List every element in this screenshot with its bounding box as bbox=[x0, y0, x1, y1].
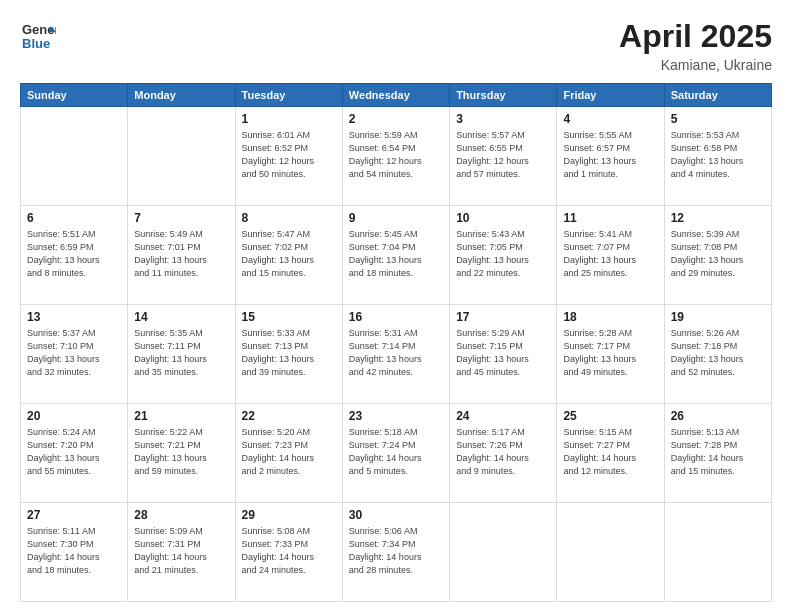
day-info: Sunrise: 5:08 AM Sunset: 7:33 PM Dayligh… bbox=[242, 525, 336, 577]
table-row: 2Sunrise: 5:59 AM Sunset: 6:54 PM Daylig… bbox=[342, 107, 449, 206]
header-friday: Friday bbox=[557, 84, 664, 107]
table-row: 23Sunrise: 5:18 AM Sunset: 7:24 PM Dayli… bbox=[342, 404, 449, 503]
day-number: 1 bbox=[242, 112, 336, 126]
day-info: Sunrise: 5:59 AM Sunset: 6:54 PM Dayligh… bbox=[349, 129, 443, 181]
table-row: 7Sunrise: 5:49 AM Sunset: 7:01 PM Daylig… bbox=[128, 206, 235, 305]
header-wednesday: Wednesday bbox=[342, 84, 449, 107]
header-tuesday: Tuesday bbox=[235, 84, 342, 107]
day-number: 28 bbox=[134, 508, 228, 522]
day-info: Sunrise: 5:20 AM Sunset: 7:23 PM Dayligh… bbox=[242, 426, 336, 478]
day-info: Sunrise: 5:49 AM Sunset: 7:01 PM Dayligh… bbox=[134, 228, 228, 280]
day-number: 13 bbox=[27, 310, 121, 324]
table-row: 13Sunrise: 5:37 AM Sunset: 7:10 PM Dayli… bbox=[21, 305, 128, 404]
day-info: Sunrise: 5:55 AM Sunset: 6:57 PM Dayligh… bbox=[563, 129, 657, 181]
day-number: 12 bbox=[671, 211, 765, 225]
table-row: 30Sunrise: 5:06 AM Sunset: 7:34 PM Dayli… bbox=[342, 503, 449, 602]
day-number: 16 bbox=[349, 310, 443, 324]
calendar-row-3: 20Sunrise: 5:24 AM Sunset: 7:20 PM Dayli… bbox=[21, 404, 772, 503]
table-row: 14Sunrise: 5:35 AM Sunset: 7:11 PM Dayli… bbox=[128, 305, 235, 404]
table-row: 16Sunrise: 5:31 AM Sunset: 7:14 PM Dayli… bbox=[342, 305, 449, 404]
day-number: 24 bbox=[456, 409, 550, 423]
day-info: Sunrise: 6:01 AM Sunset: 6:52 PM Dayligh… bbox=[242, 129, 336, 181]
table-row: 17Sunrise: 5:29 AM Sunset: 7:15 PM Dayli… bbox=[450, 305, 557, 404]
day-info: Sunrise: 5:33 AM Sunset: 7:13 PM Dayligh… bbox=[242, 327, 336, 379]
table-row: 26Sunrise: 5:13 AM Sunset: 7:28 PM Dayli… bbox=[664, 404, 771, 503]
logo-icon: General Blue bbox=[20, 18, 56, 54]
day-number: 4 bbox=[563, 112, 657, 126]
day-info: Sunrise: 5:17 AM Sunset: 7:26 PM Dayligh… bbox=[456, 426, 550, 478]
day-number: 8 bbox=[242, 211, 336, 225]
table-row: 4Sunrise: 5:55 AM Sunset: 6:57 PM Daylig… bbox=[557, 107, 664, 206]
day-info: Sunrise: 5:53 AM Sunset: 6:58 PM Dayligh… bbox=[671, 129, 765, 181]
table-row: 11Sunrise: 5:41 AM Sunset: 7:07 PM Dayli… bbox=[557, 206, 664, 305]
day-info: Sunrise: 5:18 AM Sunset: 7:24 PM Dayligh… bbox=[349, 426, 443, 478]
table-row: 21Sunrise: 5:22 AM Sunset: 7:21 PM Dayli… bbox=[128, 404, 235, 503]
day-info: Sunrise: 5:28 AM Sunset: 7:17 PM Dayligh… bbox=[563, 327, 657, 379]
title-block: April 2025 Kamiane, Ukraine bbox=[619, 18, 772, 73]
page: General Blue April 2025 Kamiane, Ukraine… bbox=[0, 0, 792, 612]
table-row: 6Sunrise: 5:51 AM Sunset: 6:59 PM Daylig… bbox=[21, 206, 128, 305]
day-info: Sunrise: 5:57 AM Sunset: 6:55 PM Dayligh… bbox=[456, 129, 550, 181]
day-number: 19 bbox=[671, 310, 765, 324]
weekday-header-row: Sunday Monday Tuesday Wednesday Thursday… bbox=[21, 84, 772, 107]
day-info: Sunrise: 5:45 AM Sunset: 7:04 PM Dayligh… bbox=[349, 228, 443, 280]
day-number: 5 bbox=[671, 112, 765, 126]
table-row: 25Sunrise: 5:15 AM Sunset: 7:27 PM Dayli… bbox=[557, 404, 664, 503]
day-number: 29 bbox=[242, 508, 336, 522]
day-info: Sunrise: 5:22 AM Sunset: 7:21 PM Dayligh… bbox=[134, 426, 228, 478]
logo: General Blue bbox=[20, 18, 56, 54]
table-row: 24Sunrise: 5:17 AM Sunset: 7:26 PM Dayli… bbox=[450, 404, 557, 503]
day-number: 9 bbox=[349, 211, 443, 225]
day-number: 17 bbox=[456, 310, 550, 324]
day-info: Sunrise: 5:11 AM Sunset: 7:30 PM Dayligh… bbox=[27, 525, 121, 577]
table-row: 27Sunrise: 5:11 AM Sunset: 7:30 PM Dayli… bbox=[21, 503, 128, 602]
header: General Blue April 2025 Kamiane, Ukraine bbox=[20, 18, 772, 73]
table-row bbox=[128, 107, 235, 206]
day-number: 20 bbox=[27, 409, 121, 423]
table-row: 12Sunrise: 5:39 AM Sunset: 7:08 PM Dayli… bbox=[664, 206, 771, 305]
header-monday: Monday bbox=[128, 84, 235, 107]
calendar-row-2: 13Sunrise: 5:37 AM Sunset: 7:10 PM Dayli… bbox=[21, 305, 772, 404]
day-info: Sunrise: 5:26 AM Sunset: 7:18 PM Dayligh… bbox=[671, 327, 765, 379]
table-row: 15Sunrise: 5:33 AM Sunset: 7:13 PM Dayli… bbox=[235, 305, 342, 404]
svg-text:Blue: Blue bbox=[22, 36, 50, 51]
header-saturday: Saturday bbox=[664, 84, 771, 107]
day-number: 6 bbox=[27, 211, 121, 225]
day-number: 23 bbox=[349, 409, 443, 423]
day-info: Sunrise: 5:29 AM Sunset: 7:15 PM Dayligh… bbox=[456, 327, 550, 379]
day-number: 30 bbox=[349, 508, 443, 522]
table-row bbox=[21, 107, 128, 206]
day-info: Sunrise: 5:24 AM Sunset: 7:20 PM Dayligh… bbox=[27, 426, 121, 478]
day-number: 15 bbox=[242, 310, 336, 324]
table-row bbox=[557, 503, 664, 602]
calendar-row-1: 6Sunrise: 5:51 AM Sunset: 6:59 PM Daylig… bbox=[21, 206, 772, 305]
day-number: 25 bbox=[563, 409, 657, 423]
title-location: Kamiane, Ukraine bbox=[619, 57, 772, 73]
header-thursday: Thursday bbox=[450, 84, 557, 107]
day-info: Sunrise: 5:43 AM Sunset: 7:05 PM Dayligh… bbox=[456, 228, 550, 280]
calendar-row-4: 27Sunrise: 5:11 AM Sunset: 7:30 PM Dayli… bbox=[21, 503, 772, 602]
table-row bbox=[664, 503, 771, 602]
table-row bbox=[450, 503, 557, 602]
table-row: 20Sunrise: 5:24 AM Sunset: 7:20 PM Dayli… bbox=[21, 404, 128, 503]
day-info: Sunrise: 5:37 AM Sunset: 7:10 PM Dayligh… bbox=[27, 327, 121, 379]
table-row: 29Sunrise: 5:08 AM Sunset: 7:33 PM Dayli… bbox=[235, 503, 342, 602]
day-number: 26 bbox=[671, 409, 765, 423]
day-number: 11 bbox=[563, 211, 657, 225]
header-sunday: Sunday bbox=[21, 84, 128, 107]
day-info: Sunrise: 5:47 AM Sunset: 7:02 PM Dayligh… bbox=[242, 228, 336, 280]
table-row: 22Sunrise: 5:20 AM Sunset: 7:23 PM Dayli… bbox=[235, 404, 342, 503]
day-info: Sunrise: 5:51 AM Sunset: 6:59 PM Dayligh… bbox=[27, 228, 121, 280]
day-number: 27 bbox=[27, 508, 121, 522]
day-number: 7 bbox=[134, 211, 228, 225]
calendar-table: Sunday Monday Tuesday Wednesday Thursday… bbox=[20, 83, 772, 602]
day-info: Sunrise: 5:06 AM Sunset: 7:34 PM Dayligh… bbox=[349, 525, 443, 577]
table-row: 8Sunrise: 5:47 AM Sunset: 7:02 PM Daylig… bbox=[235, 206, 342, 305]
table-row: 19Sunrise: 5:26 AM Sunset: 7:18 PM Dayli… bbox=[664, 305, 771, 404]
day-info: Sunrise: 5:35 AM Sunset: 7:11 PM Dayligh… bbox=[134, 327, 228, 379]
day-number: 22 bbox=[242, 409, 336, 423]
day-number: 3 bbox=[456, 112, 550, 126]
table-row: 9Sunrise: 5:45 AM Sunset: 7:04 PM Daylig… bbox=[342, 206, 449, 305]
title-month: April 2025 bbox=[619, 18, 772, 55]
table-row: 3Sunrise: 5:57 AM Sunset: 6:55 PM Daylig… bbox=[450, 107, 557, 206]
